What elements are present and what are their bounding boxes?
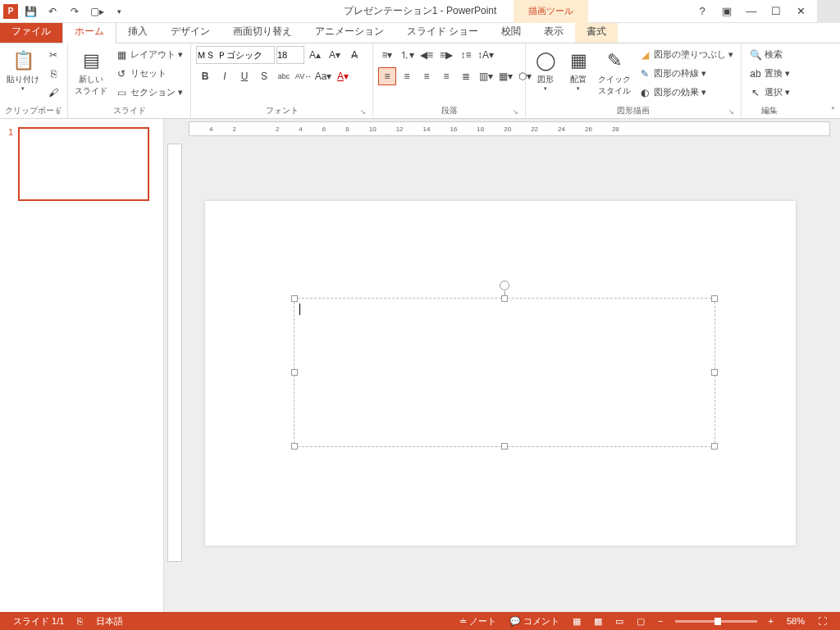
zoom-slider-thumb[interactable]: [714, 618, 721, 625]
bullets-button[interactable]: ≡▾: [378, 46, 396, 64]
slide-edit-area[interactable]: 42246810121416182022242628: [164, 119, 840, 612]
replace-button[interactable]: ab置換 ▾: [746, 65, 792, 82]
thumbnail-preview[interactable]: [18, 127, 149, 201]
increase-indent-button[interactable]: ≡▶: [437, 46, 455, 64]
fit-window-button[interactable]: ⛶: [811, 612, 833, 630]
underline-button[interactable]: U: [235, 67, 253, 85]
align-right-button[interactable]: ≡: [418, 67, 436, 85]
rotation-handle[interactable]: [500, 281, 509, 290]
font-color-button[interactable]: A▾: [334, 67, 352, 85]
clear-format-button[interactable]: A̶: [345, 46, 363, 64]
tab-format[interactable]: 書式: [575, 21, 618, 43]
zoom-out-button[interactable]: −: [651, 612, 669, 630]
font-size-select[interactable]: [276, 46, 304, 64]
zoom-slider[interactable]: [675, 620, 757, 623]
shape-effects-button[interactable]: ◐図形の効果 ▾: [636, 84, 736, 101]
ribbon-display-button[interactable]: ▣: [715, 2, 738, 21]
resize-handle-se[interactable]: [711, 443, 718, 450]
select-button[interactable]: ↖選択 ▾: [746, 84, 792, 101]
resize-handle-nw[interactable]: [291, 295, 298, 302]
clipboard-launcher[interactable]: ↘: [55, 108, 61, 116]
tab-slideshow[interactable]: スライド ショー: [395, 21, 490, 43]
section-button[interactable]: ▭セクション ▾: [112, 84, 185, 101]
new-slide-button[interactable]: ▤新しい スライド: [73, 46, 109, 97]
paragraph-launcher[interactable]: ↘: [513, 108, 518, 116]
tab-home[interactable]: ホーム: [62, 20, 116, 43]
slide-thumbnail[interactable]: 1: [8, 127, 155, 201]
paste-button[interactable]: 📋貼り付け▾: [5, 46, 41, 92]
collapse-ribbon-button[interactable]: ˄: [831, 106, 835, 115]
text-box[interactable]: [294, 298, 715, 447]
save-button[interactable]: 💾: [21, 2, 40, 21]
tab-design[interactable]: デザイン: [159, 21, 221, 43]
text-direction-button[interactable]: ↕A▾: [477, 46, 495, 64]
grow-font-button[interactable]: A▴: [306, 46, 324, 64]
start-from-beginning-button[interactable]: ▢▸: [87, 2, 107, 21]
shape-outline-button[interactable]: ✎図形の枠線 ▾: [636, 65, 736, 82]
tab-transitions[interactable]: 画面切り替え: [221, 21, 304, 43]
tab-insert[interactable]: 挿入: [116, 21, 159, 43]
close-button[interactable]: ✕: [789, 2, 812, 21]
minimize-button[interactable]: —: [740, 2, 763, 21]
bold-button[interactable]: B: [196, 67, 214, 85]
tab-view[interactable]: 表示: [532, 21, 575, 43]
resize-handle-e[interactable]: [711, 369, 718, 376]
numbering-button[interactable]: ⒈▾: [398, 46, 416, 64]
find-button[interactable]: 🔍検索: [746, 46, 792, 63]
vertical-ruler[interactable]: [167, 144, 182, 562]
quick-style-button[interactable]: ✎クイック スタイル: [596, 46, 632, 97]
help-button[interactable]: ?: [691, 2, 714, 21]
italic-button[interactable]: I: [216, 67, 234, 85]
reading-view-button[interactable]: ▭: [609, 612, 630, 630]
font-name-select[interactable]: [196, 46, 275, 64]
comments-button[interactable]: 💬 コメント: [503, 612, 566, 630]
tab-file[interactable]: ファイル: [0, 21, 62, 43]
cut-button[interactable]: ✂: [44, 46, 62, 63]
resize-handle-ne[interactable]: [711, 295, 718, 302]
redo-button[interactable]: ↷: [65, 2, 84, 21]
layout-button[interactable]: ▦レイアウト ▾: [112, 46, 185, 63]
strike-button[interactable]: S: [255, 67, 273, 85]
resize-handle-sw[interactable]: [291, 443, 298, 450]
line-spacing-button[interactable]: ↕≡: [457, 46, 475, 64]
spell-check-icon[interactable]: ⎘: [71, 612, 89, 630]
align-center-button[interactable]: ≡: [398, 67, 416, 85]
drawing-launcher[interactable]: ↘: [728, 108, 734, 116]
format-painter-button[interactable]: 🖌: [44, 84, 62, 101]
undo-button[interactable]: ↶: [43, 2, 62, 21]
resize-handle-w[interactable]: [291, 369, 298, 376]
align-text-button[interactable]: ▦▾: [496, 67, 514, 85]
horizontal-ruler[interactable]: 42246810121416182022242628: [189, 121, 830, 136]
zoom-level[interactable]: 58%: [780, 612, 811, 630]
align-left-button[interactable]: ≡: [378, 67, 396, 85]
reset-button[interactable]: ↺リセット: [112, 65, 185, 82]
thumbnail-pane[interactable]: 1: [0, 119, 164, 612]
tab-review[interactable]: 校閲: [490, 21, 532, 43]
shapes-button[interactable]: ◯図形▾: [531, 46, 560, 92]
resize-handle-n[interactable]: [501, 295, 508, 302]
slide-canvas[interactable]: [205, 201, 796, 546]
shape-fill-button[interactable]: ◢図形の塗りつぶし ▾: [636, 46, 736, 63]
maximize-button[interactable]: ☐: [765, 2, 788, 21]
font-launcher[interactable]: ↘: [360, 108, 366, 116]
justify-button[interactable]: ≡: [437, 67, 455, 85]
sorter-view-button[interactable]: ▩: [587, 612, 609, 630]
resize-handle-s[interactable]: [501, 443, 508, 450]
shrink-font-button[interactable]: A▾: [326, 46, 344, 64]
copy-button[interactable]: ⎘: [44, 65, 62, 82]
decrease-indent-button[interactable]: ◀≡: [418, 46, 436, 64]
notes-button[interactable]: ≐ ノート: [453, 612, 503, 630]
normal-view-button[interactable]: ▦: [566, 612, 587, 630]
change-case-button[interactable]: Aa▾: [314, 67, 332, 85]
qat-more-button[interactable]: ▾: [109, 2, 129, 21]
tab-animations[interactable]: アニメーション: [304, 21, 395, 43]
distribute-button[interactable]: ≣: [457, 67, 475, 85]
slideshow-view-button[interactable]: ▢: [630, 612, 651, 630]
columns-button[interactable]: ▥▾: [477, 67, 495, 85]
language-indicator[interactable]: 日本語: [89, 612, 130, 630]
arrange-button[interactable]: ▦配置▾: [564, 46, 593, 92]
char-spacing-button[interactable]: AV↔: [294, 67, 313, 85]
slide-indicator[interactable]: スライド 1/1: [7, 612, 71, 630]
zoom-in-button[interactable]: +: [762, 612, 780, 630]
shadow-button[interactable]: abc: [275, 67, 293, 85]
